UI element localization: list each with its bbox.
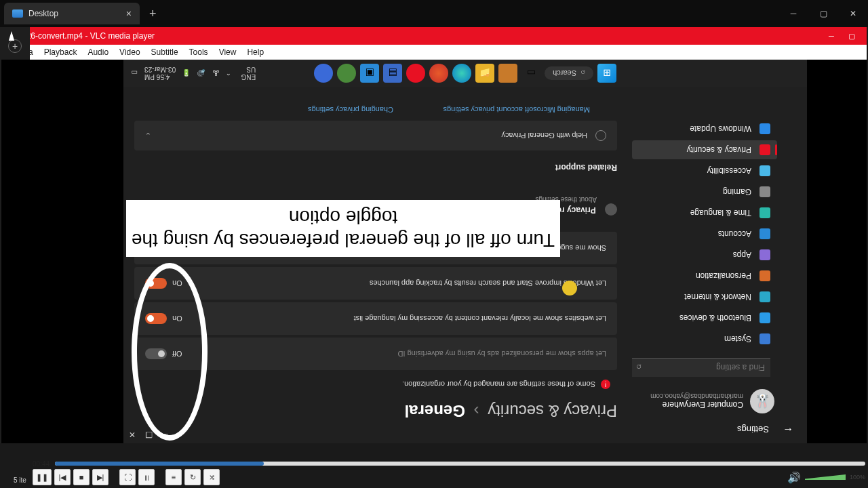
highlight-oval	[132, 263, 208, 441]
sidebar-icon	[760, 333, 770, 344]
sidebar-item-system[interactable]: System	[632, 329, 777, 348]
frame-close-icon[interactable]: ✕	[129, 430, 136, 439]
pinned-app-icon[interactable]: ▤	[383, 64, 402, 83]
menu-audio[interactable]: Audio	[83, 46, 113, 58]
next-button[interactable]: ▶|	[92, 469, 108, 485]
pinned-app-icon[interactable]	[337, 64, 356, 83]
sidebar-item-privacy-security[interactable]: Privacy & security	[632, 140, 777, 159]
sidebar-item-gaming[interactable]: Gaming	[632, 182, 777, 201]
menu-video[interactable]: Video	[115, 46, 144, 58]
close-tab-icon[interactable]: ×	[126, 8, 132, 19]
vlc-file-title: 326-convert.mp4 - VLC media player	[22, 31, 155, 41]
sidebar-item-label: Gaming	[723, 187, 751, 197]
system-tray[interactable]: ENG US ⌃ 🖧 🔊 🔋 4:56 PM 03-Mar-23 ▭	[132, 60, 256, 87]
pinned-app-icon[interactable]	[429, 64, 448, 83]
menu-help[interactable]: Help	[243, 46, 268, 58]
frame-restore-icon[interactable]: ❐	[145, 430, 153, 439]
speaker-icon[interactable]: 🔊	[787, 471, 801, 484]
breadcrumb: Privacy & security › General	[405, 401, 617, 420]
search-icon: ⌕	[636, 363, 642, 373]
notifications-icon[interactable]: ▭	[132, 70, 138, 77]
playlist-button[interactable]: ≡	[165, 469, 182, 485]
menu-tools[interactable]: Tools	[185, 46, 212, 58]
warning-icon: !	[601, 380, 610, 389]
volume-bar[interactable]	[805, 474, 846, 480]
sidebar-item-personalization[interactable]: Personalization	[632, 266, 777, 285]
prev-button[interactable]: |◀	[54, 469, 71, 485]
sidebar-icon	[760, 207, 770, 218]
search-input[interactable]	[632, 358, 770, 377]
resources-icon	[605, 203, 617, 216]
stop-button[interactable]: ■	[73, 469, 90, 485]
menu-playback[interactable]: Playback	[40, 46, 81, 58]
wifi-icon[interactable]: ⌃	[226, 70, 231, 77]
user-email: markhartbandbas@yahoo.com	[650, 393, 743, 401]
network-icon[interactable]: 🖧	[212, 70, 219, 77]
sidebar-item-label: Accounts	[718, 229, 751, 239]
user-block[interactable]: 🐰 Computer Everywhere markhartbandbas@ya…	[650, 389, 774, 413]
globe-icon	[595, 130, 606, 141]
link-ms-privacy[interactable]: Managing Microsoft account privacy setti…	[443, 106, 590, 114]
maximize-button[interactable]: ▢	[808, 0, 838, 27]
crumb-current: General	[405, 402, 465, 420]
settings-search[interactable]: ⌕	[632, 358, 770, 377]
shuffle-button[interactable]: ⤨	[203, 469, 220, 485]
managed-warning: ! Some of these settings are managed by …	[402, 380, 610, 389]
volume-icon[interactable]: 🔊	[197, 70, 205, 77]
vlc-maximize-button[interactable]: ▢	[842, 29, 861, 43]
sidebar-icon	[760, 165, 770, 176]
edge-icon[interactable]	[452, 64, 471, 83]
help-label: Help with General Privacy	[501, 131, 587, 140]
link-change-privacy[interactable]: Changing privacy settings	[308, 106, 393, 114]
add-icon[interactable]: +	[8, 39, 22, 53]
opera-icon[interactable]	[406, 64, 425, 83]
battery-icon[interactable]: 🔋	[182, 70, 191, 77]
new-tab-button[interactable]: +	[140, 7, 166, 21]
menu-view[interactable]: View	[215, 46, 241, 58]
pinned-app-icon[interactable]	[314, 64, 333, 83]
seek-bar-row: 00:44	[33, 460, 865, 468]
pinned-app-icon[interactable]: 📁	[475, 64, 494, 83]
help-row[interactable]: Help with General Privacy ⌄	[134, 121, 617, 150]
menu-subtitle[interactable]: Subtitle	[147, 46, 182, 58]
seek-track[interactable]	[55, 462, 865, 466]
tray-lang[interactable]: ENG US	[238, 66, 256, 81]
browser-tab[interactable]: Desktop ×	[4, 3, 140, 24]
sidebar-item-network-internet[interactable]: Network & internet	[632, 287, 777, 306]
sidebar-item-bluetooth-devices[interactable]: Bluetooth & devices	[632, 308, 777, 327]
seek-fill	[55, 462, 264, 466]
fullscreen-button[interactable]: ⛶	[119, 469, 136, 485]
sidebar-icon	[760, 144, 770, 155]
pinned-app-icon[interactable]: ▣	[360, 64, 379, 83]
minimize-button[interactable]: ─	[778, 0, 808, 27]
sidebar-item-label: Network & internet	[684, 292, 751, 302]
window-controls: ─ ▢ ✕	[778, 0, 868, 27]
sidebar-icon	[760, 186, 770, 197]
volume-control[interactable]: 🔊 100%	[787, 471, 865, 484]
loop-button[interactable]: ↻	[184, 469, 201, 485]
setting-row: Let Windows improve Start and search res…	[134, 267, 617, 300]
user-name: Computer Everywhere	[650, 401, 743, 410]
instruction-callout: Turn off all of the general preferences …	[126, 200, 560, 257]
sidebar-item-accessibility[interactable]: Accessibility	[632, 161, 777, 180]
sidebar-item-label: Apps	[733, 250, 751, 260]
sidebar-icon	[760, 123, 770, 134]
avatar: 🐰	[750, 389, 774, 413]
task-view-icon[interactable]: ▭	[521, 64, 540, 83]
pause-button[interactable]: ❚❚	[33, 469, 52, 485]
setting-label: Let apps show me personalized ads by usi…	[182, 350, 606, 358]
settings-back-icon[interactable]: ←	[783, 424, 793, 436]
vlc-controls: ❚❚ |◀ ■ ▶| ⛶ ⫼ ≡ ↻ ⤨ 🔊 100%	[33, 468, 865, 487]
ext-settings-button[interactable]: ⫼	[138, 469, 155, 485]
vlc-minimize-button[interactable]: ─	[822, 29, 841, 43]
close-button[interactable]: ✕	[838, 0, 868, 27]
sidebar-item-accounts[interactable]: Accounts	[632, 224, 777, 243]
crumb-parent[interactable]: Privacy & security	[488, 402, 617, 420]
pinned-app-icon[interactable]	[498, 64, 517, 83]
sidebar-item-apps[interactable]: Apps	[632, 245, 777, 264]
taskbar-search[interactable]: ⌕ Search	[545, 66, 593, 80]
sidebar-item-windows-update[interactable]: Windows Update	[632, 119, 777, 138]
setting-row: Let websites show me locally relevant co…	[134, 302, 617, 335]
sidebar-item-time-language[interactable]: Time & language	[632, 203, 777, 222]
start-icon[interactable]: ⊞	[597, 64, 616, 83]
